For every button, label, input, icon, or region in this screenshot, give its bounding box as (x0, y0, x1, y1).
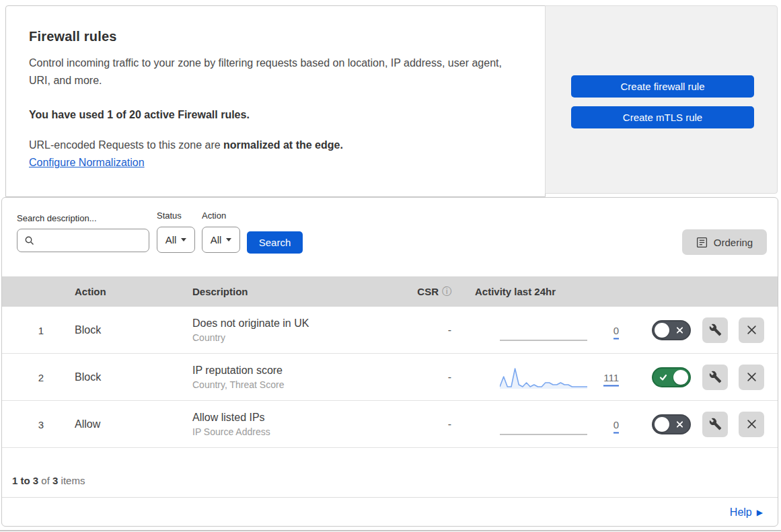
rule-action: Block (75, 324, 101, 336)
wrench-icon (709, 418, 722, 430)
edit-rule-button[interactable] (702, 412, 728, 437)
ordering-button[interactable]: Ordering (682, 229, 767, 255)
chevron-down-icon (226, 238, 231, 241)
usage-summary: You have used 1 of 20 active Firewall ru… (29, 109, 518, 121)
column-header-activity: Activity last 24hr (475, 276, 556, 307)
intro-card: Firewall rules Control incoming traffic … (5, 5, 546, 197)
total-text: 3 (52, 475, 58, 486)
table-row: 1BlockDoes not originate in UKCountry-0 (2, 307, 778, 354)
edit-rule-button[interactable] (702, 365, 728, 390)
help-link[interactable]: Help ▶ (730, 506, 763, 519)
footer-divider (2, 497, 778, 498)
actions-panel: Create firewall rule Create mTLS rule (545, 5, 778, 194)
firewall-rules-page: Firewall rules Control incoming traffic … (0, 0, 781, 532)
rule-csr-value: - (379, 324, 451, 336)
rule-description: Allow listed IPsIP Source Address (192, 412, 270, 437)
status-filter-label: Status (157, 211, 182, 221)
toggle-knob (655, 417, 669, 432)
table-row: 2BlockIP reputation scoreCountry, Threat… (2, 354, 778, 401)
page-description: Control incoming traffic to your zone by… (29, 54, 518, 89)
search-button[interactable]: Search (247, 231, 303, 254)
close-icon (747, 419, 757, 429)
rule-description: IP reputation scoreCountry, Threat Score (192, 365, 284, 390)
normalization-bold-text: normalized at the edge. (223, 139, 343, 151)
rule-enabled-toggle[interactable] (652, 367, 691, 387)
action-filter-value: All (211, 234, 222, 245)
activity-flatline (500, 434, 587, 435)
rule-enabled-toggle[interactable] (652, 320, 691, 340)
ordering-button-label: Ordering (714, 237, 753, 248)
status-filter-value: All (165, 234, 177, 245)
rules-card: Search description... Status All Action … (1, 197, 778, 527)
rule-priority: 1 (29, 324, 53, 336)
rule-description-title: Allow listed IPs (192, 412, 270, 424)
csr-header-label: CSR (417, 286, 439, 297)
rule-description-fields: Country (192, 332, 309, 343)
column-header-action: Action (75, 276, 106, 307)
rule-description-fields: IP Source Address (192, 426, 270, 437)
wrench-icon (709, 324, 722, 336)
rule-action: Allow (75, 418, 100, 430)
activity-flatline (500, 340, 587, 341)
action-filter-label: Action (202, 211, 226, 221)
rule-enabled-toggle[interactable] (652, 414, 691, 434)
delete-rule-button[interactable] (739, 365, 764, 390)
toggle-knob (655, 323, 669, 338)
action-filter-dropdown[interactable]: All (202, 227, 240, 253)
rule-description: Does not originate in UKCountry (192, 317, 309, 343)
edit-rule-button[interactable] (702, 317, 728, 343)
search-input[interactable] (17, 229, 149, 252)
check-icon (659, 373, 668, 382)
x-icon (676, 326, 683, 334)
arrow-right-icon: ▶ (757, 508, 763, 517)
close-icon (747, 325, 757, 335)
search-icon (24, 235, 35, 246)
rule-csr-value: - (379, 418, 451, 430)
delete-rule-button[interactable] (739, 412, 764, 437)
configure-normalization-link[interactable]: Configure Normalization (29, 157, 145, 169)
activity-count-link[interactable]: 111 (591, 371, 619, 383)
rule-description-title: IP reputation score (192, 365, 284, 377)
column-header-description: Description (192, 276, 248, 307)
toggle-knob (673, 370, 688, 385)
page-bottom-border (0, 530, 781, 531)
normalization-text: URL-encoded Requests to this zone are (29, 139, 223, 151)
rule-description-fields: Country, Threat Score (192, 379, 284, 390)
status-filter-dropdown[interactable]: All (157, 227, 195, 253)
create-firewall-rule-button[interactable]: Create firewall rule (571, 75, 754, 98)
activity-count-link[interactable]: 0 (591, 324, 619, 336)
search-input-field[interactable] (40, 235, 141, 246)
page-title: Firewall rules (29, 29, 518, 44)
rule-csr-value: - (379, 371, 451, 383)
items-text: items (61, 475, 85, 486)
pagination-summary: 1 to 3 of 3 items (12, 475, 85, 486)
activity-sparkline (500, 364, 587, 391)
search-description-label: Search description... (17, 213, 97, 223)
list-document-icon (696, 237, 708, 248)
help-link-label: Help (730, 506, 752, 519)
normalization-note: URL-encoded Requests to this zone are no… (29, 139, 518, 151)
rule-action: Block (75, 371, 101, 383)
info-icon[interactable]: ⓘ (442, 286, 451, 298)
column-header-csr: CSR ⓘ (379, 276, 451, 307)
close-icon (747, 372, 757, 382)
rule-description-title: Does not originate in UK (192, 317, 309, 330)
delete-rule-button[interactable] (739, 317, 764, 343)
x-icon (676, 420, 683, 428)
of-text: of (41, 475, 50, 486)
rule-priority: 3 (29, 418, 53, 430)
activity-count-link[interactable]: 0 (591, 418, 619, 430)
table-header: Action Description CSR ⓘ Activity last 2… (2, 276, 778, 307)
chevron-down-icon (181, 238, 186, 241)
wrench-icon (709, 371, 722, 383)
table-row: 3AllowAllow listed IPsIP Source Address-… (2, 401, 778, 448)
create-mtls-rule-button[interactable]: Create mTLS rule (571, 106, 754, 128)
range-text: 1 to 3 (12, 475, 38, 486)
rule-priority: 2 (29, 371, 53, 383)
rules-table-body: 1BlockDoes not originate in UKCountry-02… (2, 307, 778, 448)
